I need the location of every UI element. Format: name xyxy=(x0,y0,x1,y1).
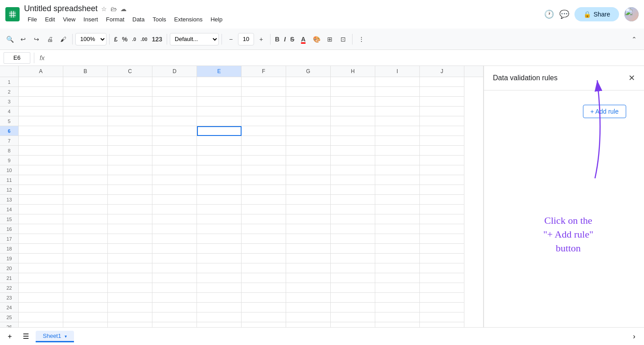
cell-B16[interactable] xyxy=(63,224,108,234)
cell-A26[interactable] xyxy=(19,322,63,327)
cell-B23[interactable] xyxy=(63,293,108,303)
cell-E9[interactable] xyxy=(197,156,242,165)
col-header-g[interactable]: G xyxy=(286,66,331,77)
cell-D25[interactable] xyxy=(152,312,197,322)
cell-B11[interactable] xyxy=(63,175,108,185)
cell-B15[interactable] xyxy=(63,214,108,224)
cell-C8[interactable] xyxy=(108,146,152,156)
strikethrough-button[interactable]: S xyxy=(288,33,296,45)
cell-F20[interactable] xyxy=(242,263,286,273)
text-color-button[interactable]: A xyxy=(297,33,309,45)
cell-E18[interactable] xyxy=(197,244,242,254)
cell-H25[interactable] xyxy=(331,312,375,322)
cell-A7[interactable] xyxy=(19,136,63,146)
cell-H8[interactable] xyxy=(331,146,375,156)
cell-I6[interactable] xyxy=(375,126,420,136)
cell-I21[interactable] xyxy=(375,273,420,283)
cell-A8[interactable] xyxy=(19,146,63,156)
cell-C14[interactable] xyxy=(108,205,152,214)
cell-H26[interactable] xyxy=(331,322,375,327)
cell-H19[interactable] xyxy=(331,254,375,263)
row-num-23[interactable]: 23 xyxy=(0,293,19,303)
cell-I10[interactable] xyxy=(375,165,420,175)
cell-J16[interactable] xyxy=(420,224,464,234)
cell-A17[interactable] xyxy=(19,234,63,244)
cell-J3[interactable] xyxy=(420,97,464,107)
cell-I11[interactable] xyxy=(375,175,420,185)
cell-G22[interactable] xyxy=(286,283,331,293)
cell-J8[interactable] xyxy=(420,146,464,156)
cell-C18[interactable] xyxy=(108,244,152,254)
cell-A11[interactable] xyxy=(19,175,63,185)
cell-I14[interactable] xyxy=(375,205,420,214)
cell-A24[interactable] xyxy=(19,303,63,312)
cell-B25[interactable] xyxy=(63,312,108,322)
cell-E15[interactable] xyxy=(197,214,242,224)
cell-D20[interactable] xyxy=(152,263,197,273)
cell-F24[interactable] xyxy=(242,303,286,312)
col-header-f[interactable]: F xyxy=(242,66,286,77)
row-num-14[interactable]: 14 xyxy=(0,205,19,214)
cell-I9[interactable] xyxy=(375,156,420,165)
cell-J23[interactable] xyxy=(420,293,464,303)
row-num-9[interactable]: 9 xyxy=(0,156,19,165)
cell-E26[interactable] xyxy=(197,322,242,327)
cell-G15[interactable] xyxy=(286,214,331,224)
cell-H23[interactable] xyxy=(331,293,375,303)
row-num-11[interactable]: 11 xyxy=(0,175,19,185)
add-sheet-button[interactable]: + xyxy=(4,330,16,343)
cell-G21[interactable] xyxy=(286,273,331,283)
cell-A22[interactable] xyxy=(19,283,63,293)
decimal-decrease-button[interactable]: .0 xyxy=(130,33,138,45)
cell-D16[interactable] xyxy=(152,224,197,234)
cell-E4[interactable] xyxy=(197,107,242,116)
cell-reference[interactable]: E6 xyxy=(4,52,30,64)
cell-J13[interactable] xyxy=(420,195,464,205)
cell-F6[interactable] xyxy=(242,126,286,136)
cell-F16[interactable] xyxy=(242,224,286,234)
cell-F9[interactable] xyxy=(242,156,286,165)
cell-F8[interactable] xyxy=(242,146,286,156)
cell-C7[interactable] xyxy=(108,136,152,146)
cell-B21[interactable] xyxy=(63,273,108,283)
cell-C24[interactable] xyxy=(108,303,152,312)
panel-close-button[interactable]: ✕ xyxy=(628,73,635,83)
cell-G9[interactable] xyxy=(286,156,331,165)
cell-B6[interactable] xyxy=(63,126,108,136)
cell-G16[interactable] xyxy=(286,224,331,234)
cell-F12[interactable] xyxy=(242,185,286,195)
cell-G8[interactable] xyxy=(286,146,331,156)
cell-I15[interactable] xyxy=(375,214,420,224)
cell-E10[interactable] xyxy=(197,165,242,175)
borders-button[interactable]: ⊞ xyxy=(324,33,336,45)
cell-H12[interactable] xyxy=(331,185,375,195)
cell-F13[interactable] xyxy=(242,195,286,205)
cell-D17[interactable] xyxy=(152,234,197,244)
cell-B26[interactable] xyxy=(63,322,108,327)
cell-J4[interactable] xyxy=(420,107,464,116)
cell-E5[interactable] xyxy=(197,116,242,126)
menu-view[interactable]: View xyxy=(59,14,79,25)
cell-F25[interactable] xyxy=(242,312,286,322)
sheet-menu-button[interactable]: ☰ xyxy=(20,330,32,343)
cell-I3[interactable] xyxy=(375,97,420,107)
cell-D13[interactable] xyxy=(152,195,197,205)
cell-J14[interactable] xyxy=(420,205,464,214)
cell-E11[interactable] xyxy=(197,175,242,185)
cell-A10[interactable] xyxy=(19,165,63,175)
col-header-c[interactable]: C xyxy=(108,66,152,77)
formula-input[interactable] xyxy=(50,54,640,61)
italic-button[interactable]: I xyxy=(282,33,287,45)
menu-tools[interactable]: Tools xyxy=(149,14,169,25)
cell-J9[interactable] xyxy=(420,156,464,165)
cell-C6[interactable] xyxy=(108,126,152,136)
cell-B2[interactable] xyxy=(63,87,108,97)
cell-G25[interactable] xyxy=(286,312,331,322)
comment-icon[interactable]: 💬 xyxy=(559,9,569,19)
cell-I12[interactable] xyxy=(375,185,420,195)
cell-D8[interactable] xyxy=(152,146,197,156)
cell-C10[interactable] xyxy=(108,165,152,175)
cell-F11[interactable] xyxy=(242,175,286,185)
cell-J10[interactable] xyxy=(420,165,464,175)
cell-H17[interactable] xyxy=(331,234,375,244)
